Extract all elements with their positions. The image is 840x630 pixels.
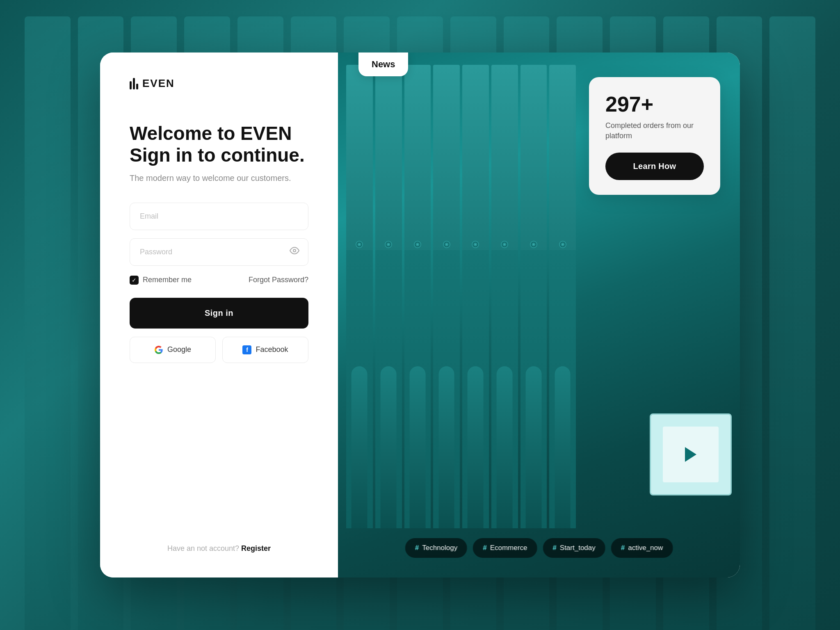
locker-6 bbox=[491, 65, 518, 528]
stats-card: 297+ Completed orders from our platform … bbox=[589, 77, 720, 195]
password-input[interactable] bbox=[130, 238, 308, 266]
logo-icon bbox=[130, 78, 138, 89]
social-buttons: Google f Facebook bbox=[130, 337, 308, 363]
hashtag-label-1: Technology bbox=[422, 544, 457, 552]
welcome-subtitle: The modern way to welcome our customers. bbox=[130, 173, 308, 183]
locker-1 bbox=[346, 65, 373, 528]
locker-7 bbox=[520, 65, 547, 528]
stats-description: Completed orders from our platform bbox=[605, 121, 704, 141]
news-badge: News bbox=[358, 52, 408, 76]
google-label: Google bbox=[167, 345, 191, 354]
hashtag-symbol-4: # bbox=[621, 544, 625, 552]
hashtag-label-2: Ecommerce bbox=[490, 544, 527, 552]
main-card: EVEN Welcome to EVEN Sign in to continue… bbox=[100, 52, 740, 578]
learn-how-button[interactable]: Learn How bbox=[605, 153, 704, 180]
remember-forgot-row: ✓ Remember me Forgot Password? bbox=[130, 276, 308, 285]
locker-4 bbox=[433, 65, 460, 528]
left-panel: EVEN Welcome to EVEN Sign in to continue… bbox=[100, 52, 338, 578]
facebook-icon: f bbox=[242, 345, 251, 354]
logo-bar-1 bbox=[130, 81, 132, 89]
hashtag-active-now[interactable]: # active_now bbox=[611, 538, 673, 558]
facebook-button[interactable]: f Facebook bbox=[222, 337, 308, 363]
hashtag-symbol-1: # bbox=[415, 544, 419, 552]
hashtag-ecommerce[interactable]: # Ecommerce bbox=[473, 538, 537, 558]
hashtag-pills-container: # Technology # Ecommerce # Start_today #… bbox=[405, 538, 673, 558]
eye-icon[interactable] bbox=[290, 246, 299, 258]
hashtag-label-4: active_now bbox=[628, 544, 663, 552]
google-button[interactable]: Google bbox=[130, 337, 216, 363]
welcome-title: Welcome to EVEN Sign in to continue. bbox=[130, 123, 308, 166]
email-group bbox=[130, 203, 308, 230]
logo-bar-3 bbox=[136, 84, 138, 89]
google-icon bbox=[154, 345, 163, 354]
lockers-visual bbox=[338, 52, 584, 578]
welcome-section: Welcome to EVEN Sign in to continue. The… bbox=[130, 123, 308, 183]
register-link[interactable]: Register bbox=[241, 544, 271, 552]
forgot-password-link[interactable]: Forgot Password? bbox=[249, 276, 308, 284]
locker-3 bbox=[404, 65, 431, 528]
hashtag-technology[interactable]: # Technology bbox=[405, 538, 467, 558]
logo-area: EVEN bbox=[130, 77, 308, 90]
screen-inner bbox=[663, 427, 719, 482]
password-group bbox=[130, 238, 308, 266]
hashtag-label-3: Start_today bbox=[560, 544, 596, 552]
hashtag-start-today[interactable]: # Start_today bbox=[543, 538, 605, 558]
locker-8 bbox=[549, 65, 576, 528]
password-wrapper bbox=[130, 238, 308, 266]
logo-bar-2 bbox=[133, 78, 135, 89]
svg-point-0 bbox=[293, 249, 296, 252]
hashtag-symbol-3: # bbox=[552, 544, 556, 552]
screen-element bbox=[650, 413, 732, 495]
locker-2 bbox=[375, 65, 402, 528]
remember-me-label[interactable]: ✓ Remember me bbox=[130, 276, 192, 285]
remember-label-text: Remember me bbox=[143, 276, 192, 284]
facebook-label: Facebook bbox=[256, 345, 288, 354]
play-icon bbox=[685, 447, 696, 462]
no-account-text: Have an not account? bbox=[167, 544, 239, 552]
remember-checkbox[interactable]: ✓ bbox=[130, 276, 139, 285]
signin-button[interactable]: Sign in bbox=[130, 298, 308, 329]
locker-5 bbox=[462, 65, 489, 528]
checkbox-check-icon: ✓ bbox=[132, 277, 137, 283]
screen-box bbox=[650, 413, 732, 495]
register-section: Have an not account? Register bbox=[130, 544, 308, 553]
news-badge-text: News bbox=[372, 59, 395, 69]
right-panel: News 297+ Completed orders from our plat… bbox=[338, 52, 740, 578]
logo-text: EVEN bbox=[142, 77, 175, 90]
stats-number: 297+ bbox=[605, 92, 704, 116]
email-input[interactable] bbox=[130, 203, 308, 230]
hashtag-symbol-2: # bbox=[483, 544, 486, 552]
